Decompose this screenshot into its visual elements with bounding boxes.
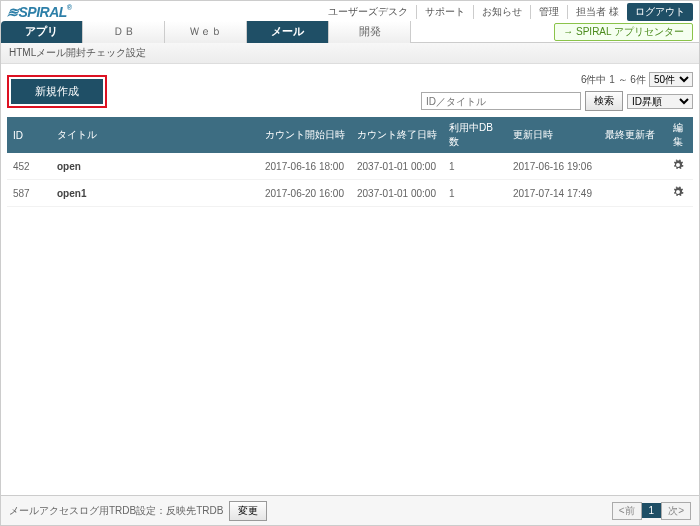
col-id: ID — [7, 117, 51, 153]
cell-updated: 2017-07-14 17:49 — [507, 180, 599, 207]
cell-db-used: 1 — [443, 180, 507, 207]
col-count-start: カウント開始日時 — [259, 117, 351, 153]
data-table: ID タイトル カウント開始日時 カウント終了日時 利用中DB数 更新日時 最終… — [7, 117, 693, 207]
new-button-highlight: 新規作成 — [7, 75, 107, 108]
pagesize-select[interactable]: 50件 — [649, 72, 693, 87]
logout-button[interactable]: ログアウト — [627, 3, 693, 21]
cell-title: open1 — [51, 180, 259, 207]
cell-id: 452 — [7, 153, 51, 180]
table-row: 452 open 2017-06-16 18:00 2037-01-01 00:… — [7, 153, 693, 180]
nav-rep[interactable]: 担当者 様 — [567, 5, 619, 19]
pager-prev[interactable]: <前 — [612, 502, 642, 520]
cell-updated: 2017-06-16 19:06 — [507, 153, 599, 180]
cell-count-end: 2037-01-01 00:00 — [351, 180, 443, 207]
tab-dev[interactable]: 開発 — [329, 21, 411, 43]
brand-logo: ≋SPIRAL® — [7, 4, 72, 20]
nav-userdesk[interactable]: ユーザーズデスク — [320, 5, 408, 19]
cell-id: 587 — [7, 180, 51, 207]
nav-admin[interactable]: 管理 — [530, 5, 559, 19]
tab-db[interactable]: ＤＢ — [83, 21, 165, 43]
col-updated: 更新日時 — [507, 117, 599, 153]
col-db-used: 利用中DB数 — [443, 117, 507, 153]
top-nav: ユーザーズデスク サポート お知らせ 管理 担当者 様 ログアウト — [312, 3, 693, 21]
cell-db-used: 1 — [443, 153, 507, 180]
nav-support[interactable]: サポート — [416, 5, 465, 19]
gear-icon[interactable] — [672, 159, 684, 171]
tab-app[interactable]: アプリ — [1, 21, 83, 43]
col-updated-by: 最終更新者 — [599, 117, 663, 153]
pager-next[interactable]: 次> — [661, 502, 691, 520]
appcenter-label: SPIRAL アプリセンター — [576, 26, 684, 37]
pager-page-1[interactable]: 1 — [642, 503, 662, 518]
cell-count-end: 2037-01-01 00:00 — [351, 153, 443, 180]
cell-title: open — [51, 153, 259, 180]
table-row: 587 open1 2017-06-20 16:00 2037-01-01 00… — [7, 180, 693, 207]
search-input[interactable] — [421, 92, 581, 110]
appcenter-button[interactable]: → SPIRAL アプリセンター — [554, 23, 693, 41]
cell-count-start: 2017-06-20 16:00 — [259, 180, 351, 207]
col-count-end: カウント終了日時 — [351, 117, 443, 153]
new-button[interactable]: 新規作成 — [11, 79, 103, 104]
cell-updated-by — [599, 180, 663, 207]
pager-summary: 6件中 1 ～ 6件 — [581, 74, 646, 85]
tab-mail[interactable]: メール — [247, 21, 329, 43]
sort-select[interactable]: ID昇順 — [627, 94, 693, 109]
cell-updated-by — [599, 153, 663, 180]
page-subhead: HTMLメール開封チェック設定 — [1, 43, 699, 64]
col-title: タイトル — [51, 117, 259, 153]
tab-web[interactable]: Ｗｅｂ — [165, 21, 247, 43]
search-button[interactable]: 検索 — [585, 91, 623, 111]
nav-news[interactable]: お知らせ — [473, 5, 522, 19]
footer-label: メールアクセスログ用TRDB設定：反映先TRDB — [9, 504, 223, 518]
change-button[interactable]: 変更 — [229, 501, 267, 521]
gear-icon[interactable] — [672, 186, 684, 198]
cell-count-start: 2017-06-16 18:00 — [259, 153, 351, 180]
col-edit: 編集 — [663, 117, 693, 153]
